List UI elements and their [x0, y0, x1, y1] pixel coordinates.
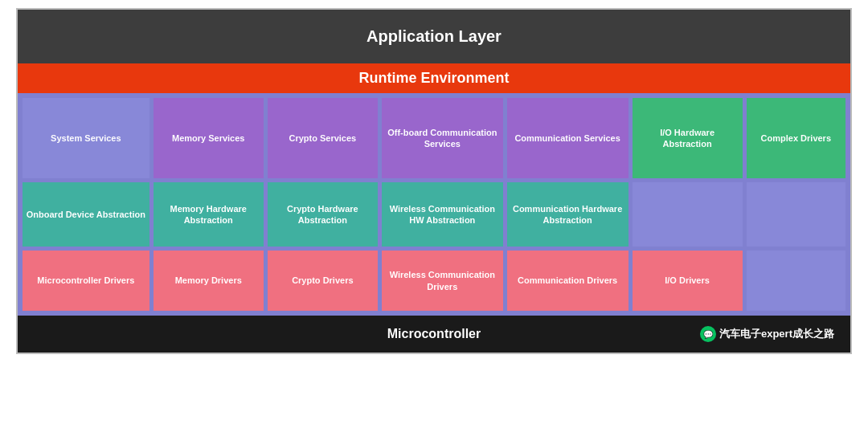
system-services-cell: System Services: [23, 98, 149, 178]
crypto-drivers-label: Crypto Drivers: [292, 275, 353, 286]
col-offboard: Off-board Communication Services Wireles…: [382, 98, 503, 311]
io-hw-spacer: [633, 182, 743, 247]
comm-services-cell: Communication Services: [507, 98, 628, 178]
col-comm: Communication Services Communication Har…: [507, 98, 628, 311]
app-layer-label: Application Layer: [366, 27, 502, 45]
wireless-hw-abstraction-cell: Wireless Communication HW Abstraction: [382, 182, 503, 247]
crypto-services-label: Crypto Services: [289, 132, 356, 144]
wireless-drivers-label: Wireless Communication Drivers: [385, 269, 500, 292]
runtime-env: Runtime Environment: [18, 63, 850, 93]
memory-hw-abstraction-label: Memory Hardware Abstraction: [157, 203, 260, 226]
offboard-services-cell: Off-board Communication Services: [382, 98, 503, 178]
wechat-icon: 💬: [700, 326, 716, 342]
app-layer: Application Layer: [18, 10, 850, 63]
microcontroller-label: Microcontroller: [387, 327, 481, 340]
offboard-services-label: Off-board Communication Services: [385, 127, 500, 150]
col-memory: Memory Services Memory Hardware Abstract…: [154, 98, 264, 311]
col-system: System Services Onboard Device Abstracti…: [23, 98, 149, 311]
crypto-hw-abstraction-label: Crypto Hardware Abstraction: [271, 203, 375, 226]
memory-hw-abstraction-cell: Memory Hardware Abstraction: [154, 182, 264, 247]
runtime-env-label: Runtime Environment: [358, 70, 509, 86]
complex-drivers-label: Complex Drivers: [761, 132, 831, 144]
col-crypto: Crypto Services Crypto Hardware Abstract…: [268, 98, 378, 311]
onboard-abstraction-cell: Onboard Device Abstraction: [23, 182, 149, 247]
comm-hw-abstraction-label: Communication Hardware Abstraction: [510, 203, 625, 226]
io-hw-abstraction-cell: I/O Hardware Abstraction: [633, 98, 743, 178]
comm-drivers-label: Communication Drivers: [518, 275, 617, 286]
complex-spacer-1: [747, 182, 845, 247]
onboard-abstraction-label: Onboard Device Abstraction: [27, 209, 145, 220]
col-complex: Complex Drivers: [747, 98, 845, 311]
main-grid: System Services Onboard Device Abstracti…: [18, 93, 850, 316]
col-io: I/O Hardware Abstraction I/O Drivers: [633, 98, 743, 311]
system-services-label: System Services: [51, 132, 121, 144]
memory-services-cell: Memory Services: [154, 98, 264, 178]
wireless-hw-abstraction-label: Wireless Communication HW Abstraction: [385, 203, 500, 226]
watermark-text: 汽车电子expert成长之路: [719, 327, 834, 341]
crypto-services-cell: Crypto Services: [268, 98, 378, 178]
microcontroller-drivers-label: Microcontroller Drivers: [37, 275, 134, 286]
comm-hw-abstraction-cell: Communication Hardware Abstraction: [507, 182, 628, 247]
io-drivers-cell: I/O Drivers: [633, 251, 743, 311]
watermark: 💬 汽车电子expert成长之路: [700, 326, 834, 342]
io-hw-abstraction-label: I/O Hardware Abstraction: [636, 127, 739, 150]
io-drivers-label: I/O Drivers: [665, 275, 710, 286]
comm-services-label: Communication Services: [514, 132, 620, 144]
memory-services-label: Memory Services: [172, 132, 245, 144]
comm-drivers-cell: Communication Drivers: [507, 251, 628, 311]
crypto-hw-abstraction-cell: Crypto Hardware Abstraction: [268, 182, 378, 247]
complex-drivers-cell: Complex Drivers: [747, 98, 845, 178]
microcontroller-bar: Microcontroller 💬 汽车电子expert成长之路: [18, 316, 850, 353]
wireless-drivers-cell: Wireless Communication Drivers: [382, 251, 503, 311]
memory-drivers-cell: Memory Drivers: [154, 251, 264, 311]
microcontroller-drivers-cell: Microcontroller Drivers: [23, 251, 149, 311]
diagram-container: Application Layer Runtime Environment Sy…: [16, 8, 852, 354]
memory-drivers-label: Memory Drivers: [175, 275, 242, 286]
crypto-drivers-cell: Crypto Drivers: [268, 251, 378, 311]
complex-spacer-2: [747, 251, 845, 311]
